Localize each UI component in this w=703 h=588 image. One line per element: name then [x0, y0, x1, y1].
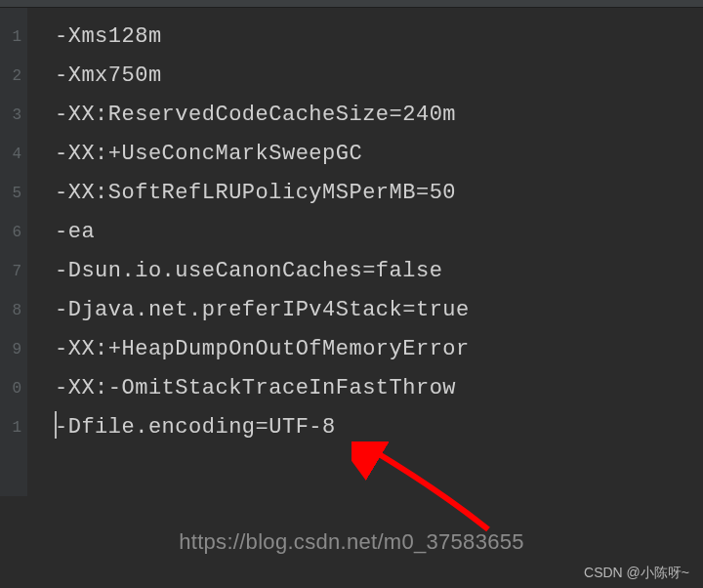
code-line[interactable]: -XX:SoftRefLRUPolicyMSPerMB=50 [55, 174, 703, 213]
code-line[interactable]: -XX:ReservedCodeCacheSize=240m [55, 96, 703, 135]
code-text: -Dfile.encoding=UTF-8 [55, 415, 336, 440]
code-line[interactable]: -Dsun.io.useCanonCaches=false [55, 252, 703, 291]
line-number: 0 [0, 369, 21, 408]
code-line[interactable]: -XX:-OmitStackTraceInFastThrow [55, 369, 703, 408]
line-number-gutter: 1 2 3 4 5 6 7 8 9 0 1 [0, 8, 27, 496]
line-number: 8 [0, 291, 21, 330]
line-number: 9 [0, 330, 21, 369]
code-line[interactable]: -Djava.net.preferIPv4Stack=true [55, 291, 703, 330]
code-line[interactable]: -XX:+UseConcMarkSweepGC [55, 135, 703, 174]
code-line-active[interactable]: -Dfile.encoding=UTF-8 [55, 408, 703, 447]
code-line[interactable]: -Xmx750m [55, 57, 703, 96]
code-area[interactable]: -Xms128m -Xmx750m -XX:ReservedCodeCacheS… [27, 8, 703, 496]
line-number: 3 [0, 96, 21, 135]
code-line[interactable]: -ea [55, 213, 703, 252]
tab-bar [0, 0, 703, 8]
line-number: 5 [0, 174, 21, 213]
line-number: 2 [0, 57, 21, 96]
line-number: 4 [0, 135, 21, 174]
code-editor[interactable]: 1 2 3 4 5 6 7 8 9 0 1 -Xms128m -Xmx750m … [0, 8, 703, 496]
watermark-author: CSDN @小陈呀~ [584, 565, 689, 582]
code-line[interactable]: -XX:+HeapDumpOnOutOfMemoryError [55, 330, 703, 369]
code-line[interactable]: -Xms128m [55, 18, 703, 57]
line-number: 7 [0, 252, 21, 291]
line-number: 1 [0, 408, 21, 447]
text-caret [55, 411, 57, 439]
line-number: 1 [0, 18, 21, 57]
line-number: 6 [0, 213, 21, 252]
watermark-url: https://blog.csdn.net/m0_37583655 [0, 529, 703, 555]
